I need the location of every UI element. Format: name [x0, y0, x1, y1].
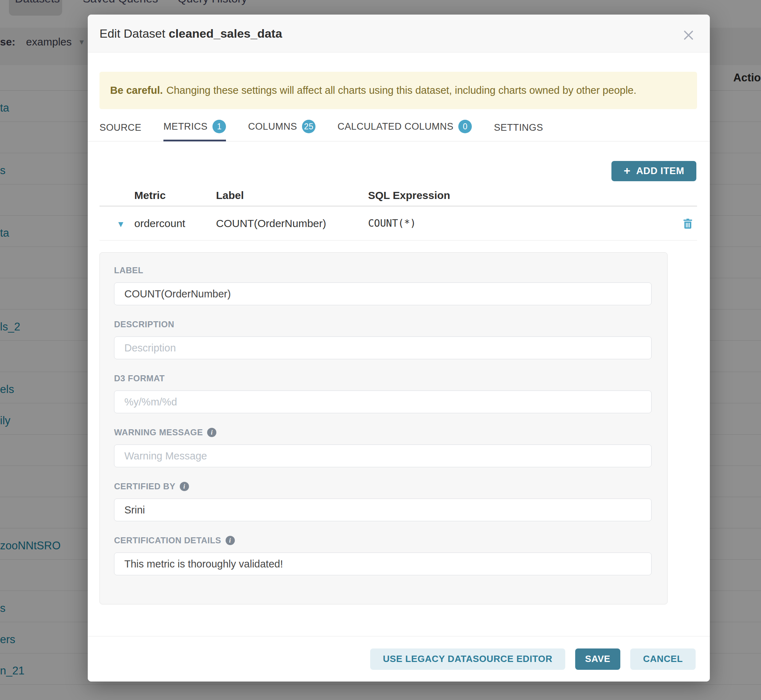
metric-name-cell: ordercount	[134, 217, 216, 230]
certification-details-field-group: CERTIFICATION DETAILS i	[114, 536, 652, 575]
modal-title-prefix: Edit Dataset	[100, 27, 169, 40]
dataset-name: cleaned_sales_data	[169, 27, 282, 40]
info-icon: i	[207, 428, 216, 437]
close-icon[interactable]	[682, 29, 695, 42]
add-item-button[interactable]: + ADD ITEM	[611, 161, 696, 181]
collapse-caret-icon[interactable]: ▼	[117, 219, 125, 229]
col-header-sql-expression: SQL Expression	[368, 189, 676, 202]
description-field-label: DESCRIPTION	[114, 319, 652, 330]
metric-row: ▼ ordercount COUNT(OrderNumber) COUNT(*)	[100, 206, 697, 241]
calculated-columns-count-badge: 0	[458, 120, 472, 133]
label-field-group: LABEL	[114, 266, 652, 305]
certified-by-input[interactable]	[114, 498, 652, 521]
metrics-table-header-row: Metric Label SQL Expression	[100, 185, 697, 206]
info-icon: i	[226, 536, 235, 545]
tab-columns[interactable]: COLUMNS 25	[248, 120, 316, 141]
plus-icon: +	[623, 164, 630, 177]
d3-format-field-label: D3 FORMAT	[114, 373, 652, 383]
warning-message-field-group: WARNING MESSAGE i	[114, 427, 652, 467]
label-input[interactable]	[114, 283, 652, 305]
d3-format-field-group: D3 FORMAT	[114, 373, 652, 413]
certification-details-field-label: CERTIFICATION DETAILS i	[114, 536, 652, 545]
screen: Datasets Saved Queries Query History se:…	[0, 0, 761, 700]
metrics-table: Metric Label SQL Expression ▼ ordercount…	[100, 185, 697, 241]
tab-calculated-columns[interactable]: CALCULATED COLUMNS 0	[338, 120, 472, 141]
columns-count-badge: 25	[302, 120, 316, 133]
modal-header: Edit Dataset cleaned_sales_data	[88, 14, 710, 53]
modal-title: Edit Dataset cleaned_sales_data	[100, 27, 282, 41]
cancel-button[interactable]: CANCEL	[630, 648, 695, 670]
label-field-label: LABEL	[114, 266, 652, 275]
metric-detail-panel: LABEL DESCRIPTION D3 FORMAT WARNING MESS…	[100, 252, 667, 605]
certified-by-field-group: CERTIFIED BY i	[114, 481, 652, 521]
modal-tabs: SOURCE METRICS 1 COLUMNS 25 CALCULATED C…	[88, 109, 710, 141]
info-icon: i	[180, 482, 189, 491]
certified-by-field-label: CERTIFIED BY i	[114, 481, 652, 491]
warning-message-field-label: WARNING MESSAGE i	[114, 427, 652, 438]
tab-label: SOURCE	[100, 122, 141, 133]
tab-metrics[interactable]: METRICS 1	[163, 120, 226, 141]
tab-source[interactable]: SOURCE	[100, 122, 141, 141]
metric-sql-cell: COUNT(*)	[368, 217, 676, 229]
tab-label: METRICS	[163, 121, 208, 132]
col-header-metric: Metric	[134, 189, 216, 202]
warning-banner-text: Changing these settings will affect all …	[166, 84, 636, 96]
certification-details-input[interactable]	[114, 553, 652, 575]
use-legacy-datasource-editor-button[interactable]: USE LEGACY DATASOURCE EDITOR	[370, 648, 565, 670]
warning-banner: Be careful. Changing these settings will…	[100, 72, 697, 109]
metric-label-cell: COUNT(OrderNumber)	[216, 217, 368, 230]
add-item-label: ADD ITEM	[636, 166, 684, 177]
edit-dataset-modal: Edit Dataset cleaned_sales_data Be caref…	[88, 14, 710, 681]
warning-message-input[interactable]	[114, 445, 652, 467]
description-input[interactable]	[114, 336, 652, 359]
save-button[interactable]: SAVE	[575, 648, 620, 670]
tab-label: COLUMNS	[248, 121, 297, 132]
description-field-group: DESCRIPTION	[114, 319, 652, 359]
delete-metric-button[interactable]	[676, 217, 697, 230]
trash-icon	[681, 217, 694, 230]
modal-footer: USE LEGACY DATASOURCE EDITOR SAVE CANCEL	[88, 636, 710, 681]
tab-settings[interactable]: SETTINGS	[494, 122, 543, 141]
col-header-label: Label	[216, 189, 368, 202]
warning-banner-bold: Be careful.	[110, 84, 163, 96]
metrics-count-badge: 1	[213, 120, 226, 133]
d3-format-input[interactable]	[114, 391, 652, 413]
tab-label: CALCULATED COLUMNS	[338, 121, 453, 132]
tab-label: SETTINGS	[494, 122, 543, 133]
